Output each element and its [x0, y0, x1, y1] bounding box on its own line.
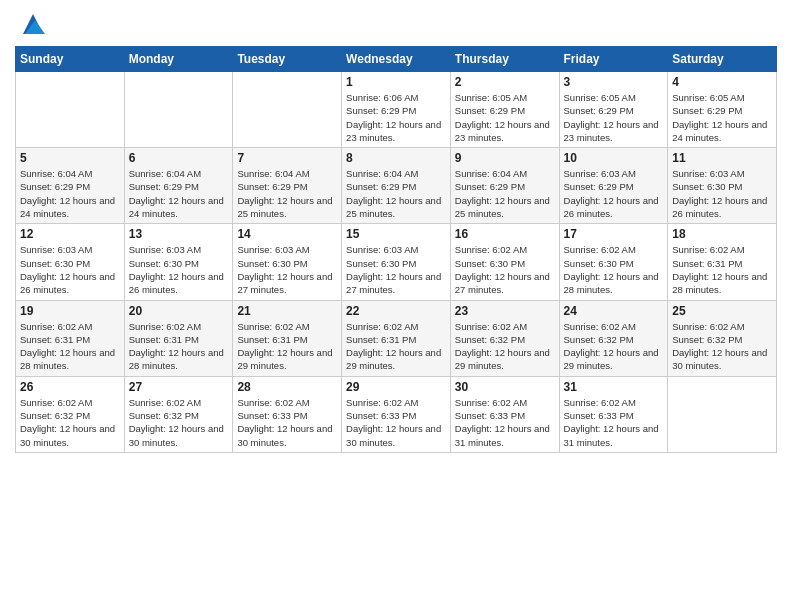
calendar-week-row: 19Sunrise: 6:02 AM Sunset: 6:31 PM Dayli…	[16, 300, 777, 376]
calendar-cell: 31Sunrise: 6:02 AM Sunset: 6:33 PM Dayli…	[559, 376, 668, 452]
day-info: Sunrise: 6:03 AM Sunset: 6:29 PM Dayligh…	[564, 167, 664, 220]
calendar-table: SundayMondayTuesdayWednesdayThursdayFrid…	[15, 46, 777, 453]
day-info: Sunrise: 6:02 AM Sunset: 6:31 PM Dayligh…	[20, 320, 120, 373]
day-number: 16	[455, 227, 555, 241]
day-info: Sunrise: 6:02 AM Sunset: 6:31 PM Dayligh…	[346, 320, 446, 373]
day-info: Sunrise: 6:04 AM Sunset: 6:29 PM Dayligh…	[129, 167, 229, 220]
day-info: Sunrise: 6:04 AM Sunset: 6:29 PM Dayligh…	[346, 167, 446, 220]
day-info: Sunrise: 6:02 AM Sunset: 6:30 PM Dayligh…	[564, 243, 664, 296]
weekday-header-wednesday: Wednesday	[342, 47, 451, 72]
calendar-cell: 28Sunrise: 6:02 AM Sunset: 6:33 PM Dayli…	[233, 376, 342, 452]
day-info: Sunrise: 6:04 AM Sunset: 6:29 PM Dayligh…	[455, 167, 555, 220]
calendar-cell: 16Sunrise: 6:02 AM Sunset: 6:30 PM Dayli…	[450, 224, 559, 300]
calendar-cell: 22Sunrise: 6:02 AM Sunset: 6:31 PM Dayli…	[342, 300, 451, 376]
logo	[15, 10, 47, 38]
day-number: 13	[129, 227, 229, 241]
calendar-cell: 11Sunrise: 6:03 AM Sunset: 6:30 PM Dayli…	[668, 148, 777, 224]
day-info: Sunrise: 6:02 AM Sunset: 6:33 PM Dayligh…	[564, 396, 664, 449]
day-number: 10	[564, 151, 664, 165]
day-info: Sunrise: 6:02 AM Sunset: 6:33 PM Dayligh…	[237, 396, 337, 449]
day-info: Sunrise: 6:02 AM Sunset: 6:31 PM Dayligh…	[129, 320, 229, 373]
calendar-cell: 24Sunrise: 6:02 AM Sunset: 6:32 PM Dayli…	[559, 300, 668, 376]
day-number: 9	[455, 151, 555, 165]
day-info: Sunrise: 6:05 AM Sunset: 6:29 PM Dayligh…	[455, 91, 555, 144]
day-number: 8	[346, 151, 446, 165]
day-number: 11	[672, 151, 772, 165]
calendar-cell: 7Sunrise: 6:04 AM Sunset: 6:29 PM Daylig…	[233, 148, 342, 224]
calendar-cell: 14Sunrise: 6:03 AM Sunset: 6:30 PM Dayli…	[233, 224, 342, 300]
day-number: 5	[20, 151, 120, 165]
calendar-cell: 21Sunrise: 6:02 AM Sunset: 6:31 PM Dayli…	[233, 300, 342, 376]
day-number: 3	[564, 75, 664, 89]
calendar-cell: 3Sunrise: 6:05 AM Sunset: 6:29 PM Daylig…	[559, 72, 668, 148]
calendar-cell: 6Sunrise: 6:04 AM Sunset: 6:29 PM Daylig…	[124, 148, 233, 224]
day-number: 29	[346, 380, 446, 394]
day-info: Sunrise: 6:02 AM Sunset: 6:32 PM Dayligh…	[129, 396, 229, 449]
day-number: 4	[672, 75, 772, 89]
day-number: 7	[237, 151, 337, 165]
calendar-cell: 20Sunrise: 6:02 AM Sunset: 6:31 PM Dayli…	[124, 300, 233, 376]
day-number: 23	[455, 304, 555, 318]
day-info: Sunrise: 6:04 AM Sunset: 6:29 PM Dayligh…	[237, 167, 337, 220]
calendar-cell: 12Sunrise: 6:03 AM Sunset: 6:30 PM Dayli…	[16, 224, 125, 300]
calendar-week-row: 26Sunrise: 6:02 AM Sunset: 6:32 PM Dayli…	[16, 376, 777, 452]
day-info: Sunrise: 6:02 AM Sunset: 6:32 PM Dayligh…	[455, 320, 555, 373]
day-number: 14	[237, 227, 337, 241]
weekday-header-saturday: Saturday	[668, 47, 777, 72]
calendar-week-row: 1Sunrise: 6:06 AM Sunset: 6:29 PM Daylig…	[16, 72, 777, 148]
weekday-header-thursday: Thursday	[450, 47, 559, 72]
calendar-cell	[668, 376, 777, 452]
calendar-cell: 26Sunrise: 6:02 AM Sunset: 6:32 PM Dayli…	[16, 376, 125, 452]
day-number: 6	[129, 151, 229, 165]
logo-icon	[19, 10, 47, 38]
day-number: 15	[346, 227, 446, 241]
calendar-cell: 13Sunrise: 6:03 AM Sunset: 6:30 PM Dayli…	[124, 224, 233, 300]
day-info: Sunrise: 6:02 AM Sunset: 6:30 PM Dayligh…	[455, 243, 555, 296]
calendar-week-row: 5Sunrise: 6:04 AM Sunset: 6:29 PM Daylig…	[16, 148, 777, 224]
day-info: Sunrise: 6:02 AM Sunset: 6:33 PM Dayligh…	[455, 396, 555, 449]
day-number: 22	[346, 304, 446, 318]
calendar-cell	[124, 72, 233, 148]
calendar-cell: 10Sunrise: 6:03 AM Sunset: 6:29 PM Dayli…	[559, 148, 668, 224]
weekday-header-monday: Monday	[124, 47, 233, 72]
weekday-header-sunday: Sunday	[16, 47, 125, 72]
calendar-week-row: 12Sunrise: 6:03 AM Sunset: 6:30 PM Dayli…	[16, 224, 777, 300]
calendar-cell	[16, 72, 125, 148]
calendar-cell: 15Sunrise: 6:03 AM Sunset: 6:30 PM Dayli…	[342, 224, 451, 300]
day-number: 1	[346, 75, 446, 89]
calendar-cell: 23Sunrise: 6:02 AM Sunset: 6:32 PM Dayli…	[450, 300, 559, 376]
calendar-cell: 30Sunrise: 6:02 AM Sunset: 6:33 PM Dayli…	[450, 376, 559, 452]
day-number: 21	[237, 304, 337, 318]
day-number: 12	[20, 227, 120, 241]
calendar-cell: 18Sunrise: 6:02 AM Sunset: 6:31 PM Dayli…	[668, 224, 777, 300]
day-info: Sunrise: 6:03 AM Sunset: 6:30 PM Dayligh…	[129, 243, 229, 296]
day-number: 19	[20, 304, 120, 318]
day-info: Sunrise: 6:05 AM Sunset: 6:29 PM Dayligh…	[564, 91, 664, 144]
calendar-cell: 19Sunrise: 6:02 AM Sunset: 6:31 PM Dayli…	[16, 300, 125, 376]
calendar-cell: 9Sunrise: 6:04 AM Sunset: 6:29 PM Daylig…	[450, 148, 559, 224]
calendar-cell: 25Sunrise: 6:02 AM Sunset: 6:32 PM Dayli…	[668, 300, 777, 376]
day-info: Sunrise: 6:02 AM Sunset: 6:32 PM Dayligh…	[20, 396, 120, 449]
day-number: 24	[564, 304, 664, 318]
day-info: Sunrise: 6:05 AM Sunset: 6:29 PM Dayligh…	[672, 91, 772, 144]
day-number: 17	[564, 227, 664, 241]
day-info: Sunrise: 6:03 AM Sunset: 6:30 PM Dayligh…	[346, 243, 446, 296]
day-number: 27	[129, 380, 229, 394]
weekday-header-tuesday: Tuesday	[233, 47, 342, 72]
day-number: 25	[672, 304, 772, 318]
calendar-cell: 29Sunrise: 6:02 AM Sunset: 6:33 PM Dayli…	[342, 376, 451, 452]
day-info: Sunrise: 6:03 AM Sunset: 6:30 PM Dayligh…	[20, 243, 120, 296]
calendar-cell: 27Sunrise: 6:02 AM Sunset: 6:32 PM Dayli…	[124, 376, 233, 452]
page: SundayMondayTuesdayWednesdayThursdayFrid…	[0, 0, 792, 612]
day-number: 31	[564, 380, 664, 394]
day-info: Sunrise: 6:04 AM Sunset: 6:29 PM Dayligh…	[20, 167, 120, 220]
day-number: 30	[455, 380, 555, 394]
day-number: 2	[455, 75, 555, 89]
day-number: 26	[20, 380, 120, 394]
day-info: Sunrise: 6:02 AM Sunset: 6:33 PM Dayligh…	[346, 396, 446, 449]
weekday-header-row: SundayMondayTuesdayWednesdayThursdayFrid…	[16, 47, 777, 72]
day-number: 18	[672, 227, 772, 241]
day-info: Sunrise: 6:02 AM Sunset: 6:32 PM Dayligh…	[564, 320, 664, 373]
day-number: 20	[129, 304, 229, 318]
calendar-cell: 4Sunrise: 6:05 AM Sunset: 6:29 PM Daylig…	[668, 72, 777, 148]
